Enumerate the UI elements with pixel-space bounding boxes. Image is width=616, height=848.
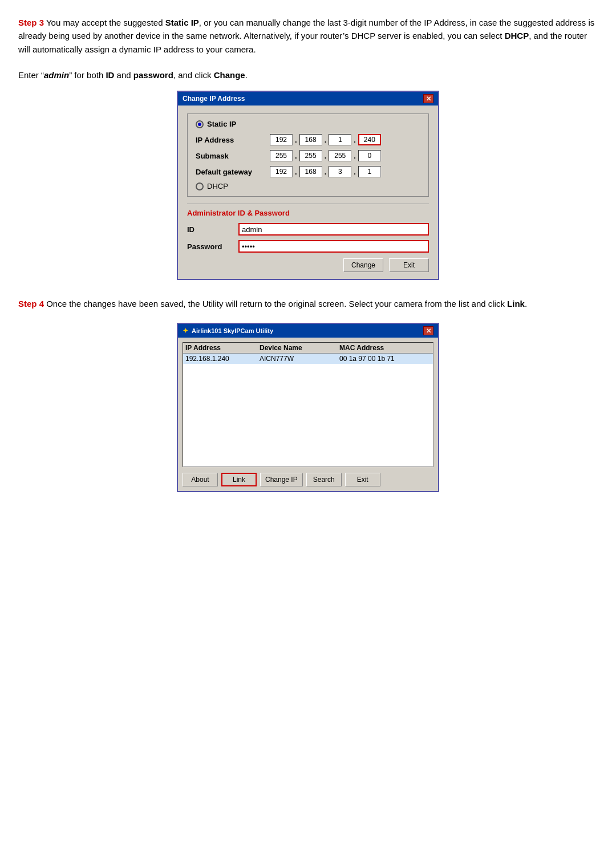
submask-dot-1: .	[294, 152, 298, 160]
table-row[interactable]: 192.168.1.240 AICN777W 00 1a 97 00 1b 71	[183, 354, 433, 364]
row-mac: 00 1a 97 00 1b 71	[339, 355, 431, 363]
id-label: ID	[187, 225, 238, 234]
dhcp-row: DHCP	[196, 182, 420, 190]
enter-admin: admin	[44, 70, 69, 80]
airlink-dialog-wrapper: ✦ Airlink101 SkyIPCam Utility ✕ IP Addre…	[18, 323, 598, 492]
airlink-button-bar: About Link Change IP Search Exit	[178, 469, 438, 491]
id-field-row: ID	[187, 223, 429, 236]
device-table: IP Address Device Name MAC Address 192.1…	[183, 342, 433, 467]
admin-section-title: Administrator ID & Password	[187, 209, 429, 217]
change-ip-body: Static IP IP Address . . .	[178, 106, 438, 279]
ip-dot-1: .	[294, 136, 298, 144]
enter-text4: , and click	[173, 70, 214, 80]
submask-octet-1[interactable]	[270, 150, 293, 161]
table-empty-area	[183, 364, 433, 466]
change-button[interactable]: Change	[343, 258, 383, 272]
ip-octet-1[interactable]	[270, 134, 293, 145]
ip-address-fields: . . .	[270, 134, 381, 145]
gateway-octet-3[interactable]	[329, 166, 351, 177]
change-ip-dialog-wrapper: Change IP Address ✕ Static IP IP Address…	[18, 91, 598, 280]
password-field-row: Password	[187, 240, 429, 253]
step3-paragraph: Step 3 You may accept the suggested Stat…	[18, 16, 598, 56]
enter-id: ID	[106, 70, 114, 80]
col-header-name: Device Name	[260, 344, 339, 352]
airlink-body: IP Address Device Name MAC Address 192.1…	[178, 342, 438, 491]
enter-text2: ” for both	[69, 70, 106, 80]
airlink-dialog: ✦ Airlink101 SkyIPCam Utility ✕ IP Addre…	[177, 323, 439, 492]
static-ip-radio[interactable]	[196, 120, 204, 128]
ip-octet-4[interactable]	[358, 134, 381, 145]
dhcp-radio[interactable]	[196, 182, 204, 190]
exit-button[interactable]: Exit	[389, 258, 429, 272]
change-ip-dialog-buttons: Change Exit	[187, 258, 429, 272]
col-header-mac: MAC Address	[339, 344, 431, 352]
password-label: Password	[187, 242, 238, 251]
ip-dot-2: .	[323, 136, 328, 144]
step3-text1: You may accept the suggested	[44, 18, 165, 27]
star-icon: ✦	[183, 327, 188, 335]
gateway-dot-2: .	[323, 168, 328, 176]
gateway-octet-2[interactable]	[299, 166, 322, 177]
row-name: AICN777W	[260, 355, 339, 363]
airlink-exit-button[interactable]: Exit	[345, 473, 380, 486]
change-ip-title: Change IP Address	[183, 95, 245, 103]
step4-link: Link	[507, 299, 525, 309]
table-header: IP Address Device Name MAC Address	[183, 343, 433, 354]
ip-dot-3: .	[352, 136, 357, 144]
search-button[interactable]: Search	[306, 473, 342, 486]
dhcp-label: DHCP	[207, 182, 228, 190]
row-ip: 192.168.1.240	[185, 355, 260, 363]
submask-dot-3: .	[352, 152, 357, 160]
col-header-ip: IP Address	[185, 344, 260, 352]
enter-line-paragraph: Enter “admin” for both ID and password, …	[18, 68, 598, 82]
airlink-title-area: ✦ Airlink101 SkyIPCam Utility	[183, 327, 273, 335]
link-button[interactable]: Link	[221, 473, 257, 486]
airlink-close-button[interactable]: ✕	[423, 326, 433, 335]
submask-row: Submask . . .	[196, 150, 420, 161]
enter-password: password	[133, 70, 173, 80]
static-ip-row: Static IP	[196, 120, 420, 128]
static-ip-label: Static IP	[207, 120, 236, 128]
step4-label: Step 4	[18, 299, 44, 309]
gateway-dot-1: .	[294, 168, 298, 176]
ip-config-section: Static IP IP Address . . .	[187, 113, 429, 197]
step3-static-ip: Static IP	[165, 18, 199, 27]
gateway-dot-3: .	[352, 168, 357, 176]
ip-address-label: IP Address	[196, 136, 270, 144]
ip-address-row: IP Address . . .	[196, 134, 420, 145]
gateway-octet-4[interactable]	[358, 166, 381, 177]
submask-fields: . . .	[270, 150, 381, 161]
gateway-label: Default gateway	[196, 168, 270, 176]
airlink-titlebar: ✦ Airlink101 SkyIPCam Utility ✕	[178, 324, 438, 338]
submask-octet-4[interactable]	[358, 150, 381, 161]
password-input[interactable]	[238, 240, 429, 253]
change-ip-close-button[interactable]: ✕	[423, 94, 433, 103]
submask-octet-3[interactable]	[329, 150, 351, 161]
step3-label: Step 3	[18, 18, 44, 27]
id-input[interactable]	[238, 223, 429, 236]
enter-change: Change	[214, 70, 245, 80]
gateway-row: Default gateway . . .	[196, 166, 420, 177]
change-ip-button[interactable]: Change IP	[260, 473, 303, 486]
submask-octet-2[interactable]	[299, 150, 322, 161]
gateway-octet-1[interactable]	[270, 166, 293, 177]
step4-paragraph: Step 4 Once the changes have been saved,…	[18, 297, 598, 310]
gateway-fields: . . .	[270, 166, 381, 177]
about-button[interactable]: About	[183, 473, 218, 486]
enter-text5: .	[245, 70, 248, 80]
enter-text3: and	[114, 70, 133, 80]
submask-dot-2: .	[323, 152, 328, 160]
airlink-title: Airlink101 SkyIPCam Utility	[192, 327, 273, 334]
change-ip-titlebar: Change IP Address ✕	[178, 92, 438, 106]
step4-text2: .	[525, 299, 527, 309]
step3-dhcp: DHCP	[505, 31, 529, 40]
change-ip-dialog: Change IP Address ✕ Static IP IP Address…	[177, 91, 439, 280]
ip-octet-3[interactable]	[329, 134, 351, 145]
enter-text1: Enter “	[18, 70, 44, 80]
ip-octet-2[interactable]	[299, 134, 322, 145]
step4-text1: Once the changes have been saved, the Ut…	[44, 299, 507, 309]
submask-label: Submask	[196, 152, 270, 160]
admin-section: Administrator ID & Password ID Password	[187, 204, 429, 253]
